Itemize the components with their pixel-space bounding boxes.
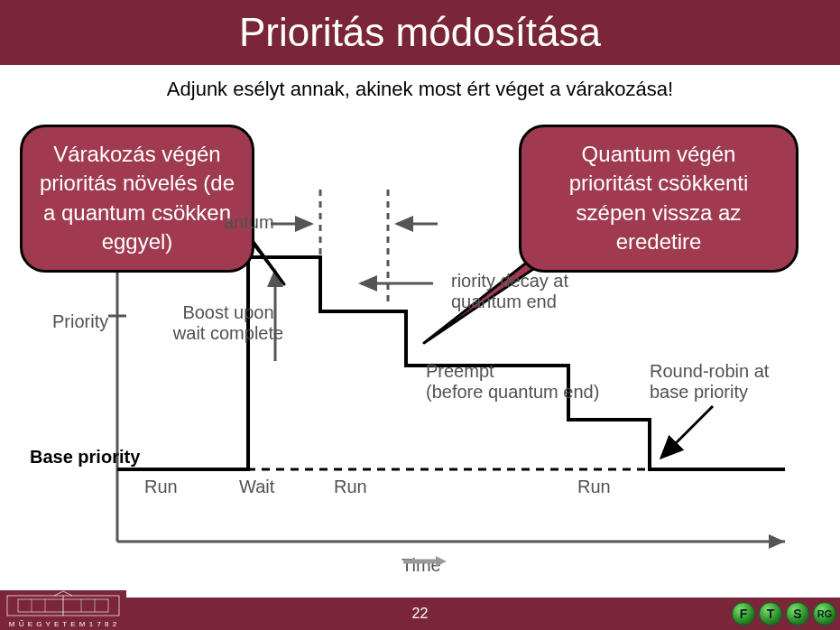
page-title: Prioritás módosítása: [0, 0, 840, 65]
footer-logo-left: M Ű E G Y E T E M 1 7 8 2: [0, 590, 126, 630]
svg-line-10: [663, 406, 713, 456]
label-preempt: Preempt (before quantum end): [426, 361, 599, 403]
label-run3: Run: [577, 477, 611, 497]
label-preempt-line1: Preempt: [426, 361, 494, 381]
label-run1: Run: [144, 477, 178, 497]
label-time: Time: [402, 555, 441, 576]
badge-rg: RG: [813, 602, 836, 625]
footer-badges: F T S RG: [728, 599, 836, 628]
priority-diagram: Várakozás végén prioritás növelés (de a …: [0, 108, 840, 587]
label-quantum: antum: [224, 212, 274, 233]
subtitle: Adjunk esélyt annak, akinek most ért vég…: [0, 78, 840, 101]
label-wait: Wait: [239, 477, 274, 497]
label-priority-axis: Priority: [52, 311, 108, 332]
label-boost-text: Boost upon wait complete: [173, 302, 283, 343]
label-boost: Boost upon wait complete: [170, 302, 287, 344]
label-decay: riority decay at quantum end: [451, 271, 568, 312]
label-decay-line2: quantum end: [451, 292, 557, 311]
callout-wait-boost: Várakozás végén prioritás növelés (de a …: [20, 125, 254, 273]
label-base-priority: Base priority: [30, 447, 140, 468]
label-roundrobin: Round-robin at base priority: [650, 361, 769, 403]
label-run2: Run: [334, 477, 367, 497]
footer-left-text: M Ű E G Y E T E M 1 7 8 2: [0, 620, 126, 628]
label-preempt-line2: (before quantum end): [426, 382, 599, 402]
page-number: 22: [412, 606, 429, 621]
badge-s: S: [786, 602, 809, 625]
label-roundrobin-line1: Round-robin at: [650, 361, 769, 381]
badge-t: T: [759, 602, 782, 625]
badge-f: F: [732, 602, 755, 625]
label-base-priority-text: Base priority: [30, 447, 140, 467]
label-roundrobin-line2: base priority: [650, 382, 748, 402]
callout-quantum-decay: Quantum végén prioritást csökkenti szépe…: [519, 125, 798, 273]
label-decay-line1: riority decay at: [451, 271, 568, 291]
